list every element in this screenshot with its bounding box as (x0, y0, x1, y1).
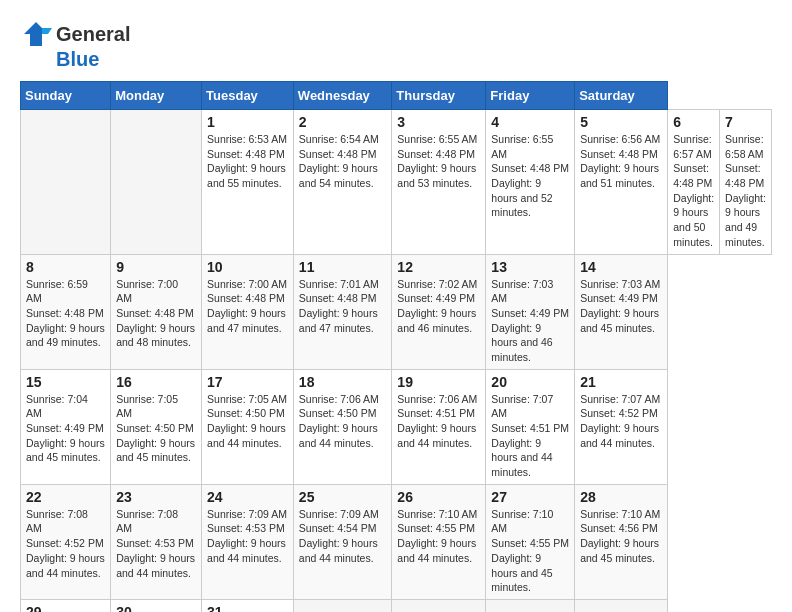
logo-blue: Blue (56, 48, 99, 71)
day-info: Sunrise: 7:09 AMSunset: 4:53 PMDaylight:… (207, 507, 288, 566)
day-number: 16 (116, 374, 196, 390)
day-number: 31 (207, 604, 288, 612)
day-info: Sunrise: 6:56 AMSunset: 4:48 PMDaylight:… (580, 132, 662, 191)
calendar-cell-day-3: 3 Sunrise: 6:55 AMSunset: 4:48 PMDayligh… (392, 110, 486, 255)
day-info: Sunrise: 7:10 AMSunset: 4:55 PMDaylight:… (397, 507, 480, 566)
calendar-week-5: 29 Sunrise: 7:11 AMSunset: 4:57 PMDaylig… (21, 599, 772, 612)
day-number: 23 (116, 489, 196, 505)
calendar-cell-day-29: 29 Sunrise: 7:11 AMSunset: 4:57 PMDaylig… (21, 599, 111, 612)
day-info: Sunrise: 7:06 AMSunset: 4:50 PMDaylight:… (299, 392, 387, 451)
calendar-cell-day-15: 15 Sunrise: 7:04 AMSunset: 4:49 PMDaylig… (21, 369, 111, 484)
calendar-header-wednesday: Wednesday (293, 82, 392, 110)
day-info: Sunrise: 7:10 AMSunset: 4:55 PMDaylight:… (491, 507, 569, 595)
calendar-cell-day-24: 24 Sunrise: 7:09 AMSunset: 4:53 PMDaylig… (202, 484, 294, 599)
calendar-header-sunday: Sunday (21, 82, 111, 110)
day-info: Sunrise: 6:54 AMSunset: 4:48 PMDaylight:… (299, 132, 387, 191)
calendar-week-4: 22 Sunrise: 7:08 AMSunset: 4:52 PMDaylig… (21, 484, 772, 599)
calendar-cell-day-25: 25 Sunrise: 7:09 AMSunset: 4:54 PMDaylig… (293, 484, 392, 599)
day-number: 5 (580, 114, 662, 130)
day-number: 4 (491, 114, 569, 130)
day-info: Sunrise: 6:55 AMSunset: 4:48 PMDaylight:… (397, 132, 480, 191)
day-number: 25 (299, 489, 387, 505)
calendar-cell-empty (575, 599, 668, 612)
day-number: 3 (397, 114, 480, 130)
day-info: Sunrise: 7:00 AMSunset: 4:48 PMDaylight:… (207, 277, 288, 336)
calendar-cell-day-22: 22 Sunrise: 7:08 AMSunset: 4:52 PMDaylig… (21, 484, 111, 599)
day-number: 8 (26, 259, 105, 275)
day-info: Sunrise: 7:03 AMSunset: 4:49 PMDaylight:… (491, 277, 569, 365)
day-number: 13 (491, 259, 569, 275)
day-number: 28 (580, 489, 662, 505)
day-info: Sunrise: 7:05 AMSunset: 4:50 PMDaylight:… (116, 392, 196, 465)
calendar-cell-empty (392, 599, 486, 612)
day-number: 24 (207, 489, 288, 505)
day-info: Sunrise: 6:58 AMSunset: 4:48 PMDaylight:… (725, 132, 766, 250)
calendar-cell-empty (21, 110, 111, 255)
calendar-cell-empty (293, 599, 392, 612)
day-info: Sunrise: 7:04 AMSunset: 4:49 PMDaylight:… (26, 392, 105, 465)
calendar-cell-day-30: 30 Sunrise: 7:11 AMSunset: 4:57 PMDaylig… (111, 599, 202, 612)
calendar-cell-day-13: 13 Sunrise: 7:03 AMSunset: 4:49 PMDaylig… (486, 254, 575, 369)
calendar-cell-day-9: 9 Sunrise: 7:00 AMSunset: 4:48 PMDayligh… (111, 254, 202, 369)
day-info: Sunrise: 7:08 AMSunset: 4:52 PMDaylight:… (26, 507, 105, 580)
day-number: 9 (116, 259, 196, 275)
day-number: 27 (491, 489, 569, 505)
day-info: Sunrise: 7:00 AMSunset: 4:48 PMDaylight:… (116, 277, 196, 350)
day-info: Sunrise: 6:59 AMSunset: 4:48 PMDaylight:… (26, 277, 105, 350)
calendar-cell-empty (486, 599, 575, 612)
calendar-cell-day-26: 26 Sunrise: 7:10 AMSunset: 4:55 PMDaylig… (392, 484, 486, 599)
day-number: 17 (207, 374, 288, 390)
day-info: Sunrise: 7:10 AMSunset: 4:56 PMDaylight:… (580, 507, 662, 566)
calendar-header-row: SundayMondayTuesdayWednesdayThursdayFrid… (21, 82, 772, 110)
calendar-cell-day-16: 16 Sunrise: 7:05 AMSunset: 4:50 PMDaylig… (111, 369, 202, 484)
calendar-header-monday: Monday (111, 82, 202, 110)
calendar-cell-day-14: 14 Sunrise: 7:03 AMSunset: 4:49 PMDaylig… (575, 254, 668, 369)
calendar-cell-day-28: 28 Sunrise: 7:10 AMSunset: 4:56 PMDaylig… (575, 484, 668, 599)
calendar-cell-day-27: 27 Sunrise: 7:10 AMSunset: 4:55 PMDaylig… (486, 484, 575, 599)
day-number: 14 (580, 259, 662, 275)
calendar-week-3: 15 Sunrise: 7:04 AMSunset: 4:49 PMDaylig… (21, 369, 772, 484)
day-info: Sunrise: 7:09 AMSunset: 4:54 PMDaylight:… (299, 507, 387, 566)
svg-marker-1 (42, 28, 52, 34)
day-number: 1 (207, 114, 288, 130)
calendar-cell-day-7: 7 Sunrise: 6:58 AMSunset: 4:48 PMDayligh… (720, 110, 772, 255)
day-number: 7 (725, 114, 766, 130)
day-info: Sunrise: 7:07 AMSunset: 4:51 PMDaylight:… (491, 392, 569, 480)
calendar-header-friday: Friday (486, 82, 575, 110)
calendar-week-1: 1 Sunrise: 6:53 AMSunset: 4:48 PMDayligh… (21, 110, 772, 255)
day-info: Sunrise: 7:01 AMSunset: 4:48 PMDaylight:… (299, 277, 387, 336)
day-number: 19 (397, 374, 480, 390)
calendar-cell-day-6: 6 Sunrise: 6:57 AMSunset: 4:48 PMDayligh… (668, 110, 720, 255)
calendar-cell-day-18: 18 Sunrise: 7:06 AMSunset: 4:50 PMDaylig… (293, 369, 392, 484)
day-info: Sunrise: 7:08 AMSunset: 4:53 PMDaylight:… (116, 507, 196, 580)
calendar-cell-day-23: 23 Sunrise: 7:08 AMSunset: 4:53 PMDaylig… (111, 484, 202, 599)
day-info: Sunrise: 7:07 AMSunset: 4:52 PMDaylight:… (580, 392, 662, 451)
day-number: 20 (491, 374, 569, 390)
logo: General Blue (20, 20, 130, 71)
day-info: Sunrise: 7:02 AMSunset: 4:49 PMDaylight:… (397, 277, 480, 336)
day-info: Sunrise: 7:06 AMSunset: 4:51 PMDaylight:… (397, 392, 480, 451)
day-number: 22 (26, 489, 105, 505)
calendar-cell-empty (111, 110, 202, 255)
day-number: 11 (299, 259, 387, 275)
day-info: Sunrise: 7:05 AMSunset: 4:50 PMDaylight:… (207, 392, 288, 451)
calendar-cell-day-17: 17 Sunrise: 7:05 AMSunset: 4:50 PMDaylig… (202, 369, 294, 484)
calendar-cell-day-19: 19 Sunrise: 7:06 AMSunset: 4:51 PMDaylig… (392, 369, 486, 484)
day-info: Sunrise: 6:55 AMSunset: 4:48 PMDaylight:… (491, 132, 569, 220)
day-number: 12 (397, 259, 480, 275)
calendar-table: SundayMondayTuesdayWednesdayThursdayFrid… (20, 81, 772, 612)
calendar-cell-day-10: 10 Sunrise: 7:00 AMSunset: 4:48 PMDaylig… (202, 254, 294, 369)
calendar-cell-day-21: 21 Sunrise: 7:07 AMSunset: 4:52 PMDaylig… (575, 369, 668, 484)
calendar-cell-day-4: 4 Sunrise: 6:55 AMSunset: 4:48 PMDayligh… (486, 110, 575, 255)
day-number: 2 (299, 114, 387, 130)
calendar-cell-day-12: 12 Sunrise: 7:02 AMSunset: 4:49 PMDaylig… (392, 254, 486, 369)
calendar-header-thursday: Thursday (392, 82, 486, 110)
calendar-cell-day-1: 1 Sunrise: 6:53 AMSunset: 4:48 PMDayligh… (202, 110, 294, 255)
calendar-cell-day-5: 5 Sunrise: 6:56 AMSunset: 4:48 PMDayligh… (575, 110, 668, 255)
day-number: 10 (207, 259, 288, 275)
logo-icon (20, 20, 52, 48)
day-number: 29 (26, 604, 105, 612)
logo-general: General (56, 23, 130, 46)
calendar-header-tuesday: Tuesday (202, 82, 294, 110)
calendar-week-2: 8 Sunrise: 6:59 AMSunset: 4:48 PMDayligh… (21, 254, 772, 369)
